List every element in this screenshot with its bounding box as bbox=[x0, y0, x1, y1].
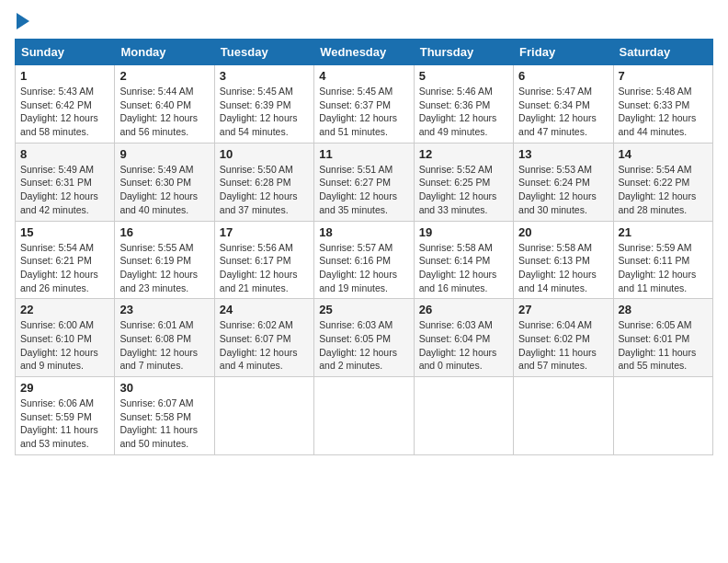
day-detail: Sunrise: 5:49 AMSunset: 6:31 PMDaylight:… bbox=[20, 163, 109, 217]
day-detail: Sunrise: 5:59 AMSunset: 6:11 PMDaylight:… bbox=[619, 241, 708, 295]
day-number: 7 bbox=[619, 69, 708, 83]
day-number: 30 bbox=[119, 381, 209, 395]
day-detail: Sunrise: 5:54 AMSunset: 6:22 PMDaylight:… bbox=[619, 163, 708, 217]
day-number: 29 bbox=[20, 381, 109, 395]
day-header-tuesday: Tuesday bbox=[214, 40, 313, 65]
calendar-cell: 19Sunrise: 5:58 AMSunset: 6:14 PMDayligh… bbox=[414, 221, 513, 299]
calendar-cell: 18Sunrise: 5:57 AMSunset: 6:16 PMDayligh… bbox=[314, 221, 414, 299]
calendar-cell: 9Sunrise: 5:49 AMSunset: 6:30 PMDaylight… bbox=[115, 143, 214, 221]
day-header-sunday: Sunday bbox=[16, 40, 115, 65]
day-number: 5 bbox=[419, 69, 508, 83]
day-detail: Sunrise: 5:46 AMSunset: 6:36 PMDaylight:… bbox=[419, 85, 508, 139]
day-detail: Sunrise: 6:02 AMSunset: 6:07 PMDaylight:… bbox=[220, 318, 309, 373]
calendar-cell: 28Sunrise: 6:05 AMSunset: 6:01 PMDayligh… bbox=[613, 299, 712, 377]
day-number: 20 bbox=[518, 225, 608, 239]
day-detail: Sunrise: 6:07 AMSunset: 5:58 PMDaylight:… bbox=[119, 396, 209, 451]
calendar-week-row: 15Sunrise: 5:54 AMSunset: 6:21 PMDayligh… bbox=[16, 221, 713, 299]
calendar-cell: 8Sunrise: 5:49 AMSunset: 6:31 PMDaylight… bbox=[16, 143, 115, 221]
calendar-body: 1Sunrise: 5:43 AMSunset: 6:42 PMDaylight… bbox=[16, 65, 713, 455]
day-detail: Sunrise: 5:56 AMSunset: 6:17 PMDaylight:… bbox=[220, 241, 309, 295]
day-number: 26 bbox=[419, 303, 508, 316]
day-detail: Sunrise: 5:58 AMSunset: 6:14 PMDaylight:… bbox=[419, 241, 508, 295]
day-detail: Sunrise: 6:03 AMSunset: 6:05 PMDaylight:… bbox=[319, 318, 408, 373]
day-detail: Sunrise: 5:58 AMSunset: 6:13 PMDaylight:… bbox=[518, 241, 608, 295]
day-detail: Sunrise: 6:03 AMSunset: 6:04 PMDaylight:… bbox=[419, 318, 508, 373]
day-detail: Sunrise: 5:50 AMSunset: 6:28 PMDaylight:… bbox=[220, 163, 309, 217]
page-header bbox=[15, 15, 713, 29]
day-header-monday: Monday bbox=[115, 40, 214, 65]
day-detail: Sunrise: 6:05 AMSunset: 6:01 PMDaylight:… bbox=[619, 318, 708, 373]
calendar-cell bbox=[514, 377, 613, 455]
days-header-row: SundayMondayTuesdayWednesdayThursdayFrid… bbox=[16, 40, 713, 65]
day-header-friday: Friday bbox=[514, 40, 613, 65]
calendar-cell: 11Sunrise: 5:51 AMSunset: 6:27 PMDayligh… bbox=[314, 143, 414, 221]
day-header-wednesday: Wednesday bbox=[314, 40, 414, 65]
day-number: 14 bbox=[619, 147, 708, 161]
calendar-cell bbox=[214, 377, 313, 455]
calendar-cell: 22Sunrise: 6:00 AMSunset: 6:10 PMDayligh… bbox=[16, 299, 115, 377]
calendar-cell: 5Sunrise: 5:46 AMSunset: 6:36 PMDaylight… bbox=[414, 65, 513, 144]
day-detail: Sunrise: 5:48 AMSunset: 6:33 PMDaylight:… bbox=[619, 85, 708, 139]
day-number: 18 bbox=[319, 225, 408, 239]
day-number: 4 bbox=[319, 69, 408, 83]
day-number: 16 bbox=[119, 225, 209, 239]
calendar-week-row: 1Sunrise: 5:43 AMSunset: 6:42 PMDaylight… bbox=[16, 65, 713, 144]
day-detail: Sunrise: 5:53 AMSunset: 6:24 PMDaylight:… bbox=[518, 163, 608, 217]
logo bbox=[15, 15, 29, 29]
logo-arrow-icon bbox=[17, 13, 29, 29]
day-detail: Sunrise: 5:43 AMSunset: 6:42 PMDaylight:… bbox=[20, 85, 109, 139]
calendar-cell: 25Sunrise: 6:03 AMSunset: 6:05 PMDayligh… bbox=[314, 299, 414, 377]
calendar-cell bbox=[414, 377, 513, 455]
calendar-week-row: 22Sunrise: 6:00 AMSunset: 6:10 PMDayligh… bbox=[16, 299, 713, 377]
day-header-thursday: Thursday bbox=[414, 40, 513, 65]
calendar-cell bbox=[314, 377, 414, 455]
day-number: 12 bbox=[419, 147, 508, 161]
calendar-cell: 1Sunrise: 5:43 AMSunset: 6:42 PMDaylight… bbox=[16, 65, 115, 144]
calendar-cell: 15Sunrise: 5:54 AMSunset: 6:21 PMDayligh… bbox=[16, 221, 115, 299]
calendar-cell: 3Sunrise: 5:45 AMSunset: 6:39 PMDaylight… bbox=[214, 65, 313, 144]
calendar-cell: 16Sunrise: 5:55 AMSunset: 6:19 PMDayligh… bbox=[115, 221, 214, 299]
day-detail: Sunrise: 5:51 AMSunset: 6:27 PMDaylight:… bbox=[319, 163, 408, 217]
day-header-saturday: Saturday bbox=[613, 40, 712, 65]
calendar-cell: 7Sunrise: 5:48 AMSunset: 6:33 PMDaylight… bbox=[613, 65, 712, 144]
day-number: 22 bbox=[20, 303, 109, 316]
day-number: 11 bbox=[319, 147, 408, 161]
calendar-cell: 17Sunrise: 5:56 AMSunset: 6:17 PMDayligh… bbox=[214, 221, 313, 299]
day-detail: Sunrise: 6:04 AMSunset: 6:02 PMDaylight:… bbox=[518, 318, 608, 373]
day-detail: Sunrise: 5:45 AMSunset: 6:39 PMDaylight:… bbox=[220, 85, 309, 139]
day-number: 2 bbox=[119, 69, 209, 83]
calendar-cell: 27Sunrise: 6:04 AMSunset: 6:02 PMDayligh… bbox=[514, 299, 613, 377]
day-number: 9 bbox=[119, 147, 209, 161]
calendar-cell: 13Sunrise: 5:53 AMSunset: 6:24 PMDayligh… bbox=[514, 143, 613, 221]
calendar-cell: 24Sunrise: 6:02 AMSunset: 6:07 PMDayligh… bbox=[214, 299, 313, 377]
day-detail: Sunrise: 5:44 AMSunset: 6:40 PMDaylight:… bbox=[119, 85, 209, 139]
calendar-cell: 21Sunrise: 5:59 AMSunset: 6:11 PMDayligh… bbox=[613, 221, 712, 299]
calendar-cell: 26Sunrise: 6:03 AMSunset: 6:04 PMDayligh… bbox=[414, 299, 513, 377]
day-detail: Sunrise: 5:47 AMSunset: 6:34 PMDaylight:… bbox=[518, 85, 608, 139]
day-number: 23 bbox=[119, 303, 209, 316]
calendar-cell: 23Sunrise: 6:01 AMSunset: 6:08 PMDayligh… bbox=[115, 299, 214, 377]
calendar-cell: 12Sunrise: 5:52 AMSunset: 6:25 PMDayligh… bbox=[414, 143, 513, 221]
calendar-week-row: 8Sunrise: 5:49 AMSunset: 6:31 PMDaylight… bbox=[16, 143, 713, 221]
day-number: 1 bbox=[20, 69, 109, 83]
day-detail: Sunrise: 6:06 AMSunset: 5:59 PMDaylight:… bbox=[20, 396, 109, 451]
calendar-cell: 4Sunrise: 5:45 AMSunset: 6:37 PMDaylight… bbox=[314, 65, 414, 144]
day-number: 15 bbox=[20, 225, 109, 239]
calendar-cell: 30Sunrise: 6:07 AMSunset: 5:58 PMDayligh… bbox=[115, 377, 214, 455]
day-number: 21 bbox=[619, 225, 708, 239]
day-number: 27 bbox=[518, 303, 608, 316]
day-detail: Sunrise: 6:00 AMSunset: 6:10 PMDaylight:… bbox=[20, 318, 109, 373]
calendar-cell: 2Sunrise: 5:44 AMSunset: 6:40 PMDaylight… bbox=[115, 65, 214, 144]
day-number: 8 bbox=[20, 147, 109, 161]
day-detail: Sunrise: 5:57 AMSunset: 6:16 PMDaylight:… bbox=[319, 241, 408, 295]
calendar-week-row: 29Sunrise: 6:06 AMSunset: 5:59 PMDayligh… bbox=[16, 377, 713, 455]
day-detail: Sunrise: 5:49 AMSunset: 6:30 PMDaylight:… bbox=[119, 163, 209, 217]
day-number: 13 bbox=[518, 147, 608, 161]
day-detail: Sunrise: 5:52 AMSunset: 6:25 PMDaylight:… bbox=[419, 163, 508, 217]
calendar-cell: 6Sunrise: 5:47 AMSunset: 6:34 PMDaylight… bbox=[514, 65, 613, 144]
day-number: 17 bbox=[220, 225, 309, 239]
calendar-cell: 29Sunrise: 6:06 AMSunset: 5:59 PMDayligh… bbox=[16, 377, 115, 455]
calendar-cell: 20Sunrise: 5:58 AMSunset: 6:13 PMDayligh… bbox=[514, 221, 613, 299]
day-detail: Sunrise: 5:45 AMSunset: 6:37 PMDaylight:… bbox=[319, 85, 408, 139]
day-number: 25 bbox=[319, 303, 408, 316]
